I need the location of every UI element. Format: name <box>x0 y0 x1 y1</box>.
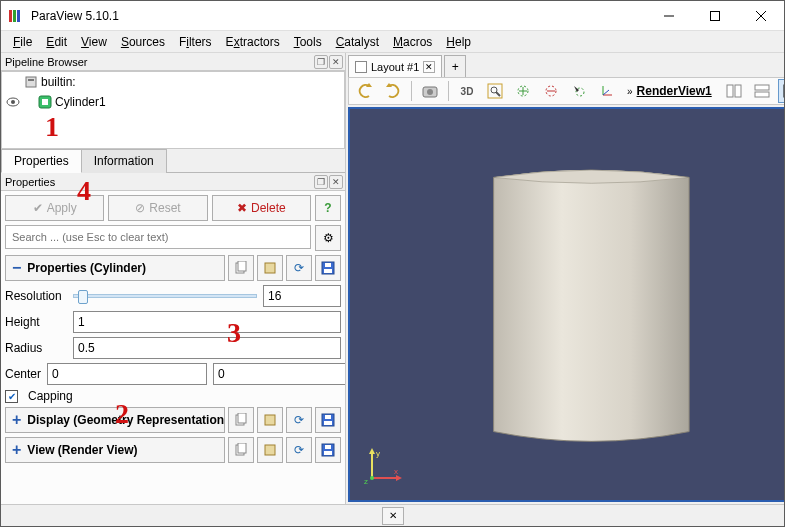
save-display-button[interactable] <box>315 407 341 433</box>
svg-line-45 <box>603 90 609 95</box>
forward-nav-button[interactable] <box>381 79 405 103</box>
menu-tools[interactable]: Tools <box>288 33 328 51</box>
axes-toggle-button[interactable] <box>595 79 619 103</box>
svg-rect-23 <box>324 421 332 425</box>
copy-view-button[interactable] <box>228 437 254 463</box>
svg-rect-0 <box>9 10 12 22</box>
collapse-icon: − <box>12 259 21 277</box>
center-add-button[interactable] <box>511 79 535 103</box>
visibility-eye-icon[interactable] <box>6 95 20 109</box>
window-title: ParaView 5.10.1 <box>31 9 119 23</box>
svg-rect-2 <box>17 10 20 22</box>
properties-float-icon[interactable]: ❐ <box>314 175 328 189</box>
statusbar-close-button[interactable]: ✕ <box>382 507 404 525</box>
radius-label: Radius <box>5 341 67 355</box>
render-viewport[interactable]: y x z <box>348 107 785 502</box>
app-logo-icon <box>9 8 25 24</box>
back-nav-button[interactable] <box>353 79 377 103</box>
renderview-label[interactable]: RenderView1 <box>637 84 718 98</box>
svg-rect-1 <box>13 10 16 22</box>
delete-button[interactable]: ✖Delete <box>212 195 311 221</box>
reload-view-button[interactable]: ⟳ <box>286 437 312 463</box>
height-label: Height <box>5 315 67 329</box>
menu-extractors[interactable]: Extractors <box>220 33 286 51</box>
pipeline-root[interactable]: builtin: <box>2 72 344 92</box>
height-field[interactable] <box>73 311 341 333</box>
svg-rect-27 <box>265 445 275 455</box>
layout-tab-label: Layout #1 <box>371 61 419 73</box>
pipeline-float-icon[interactable]: ❐ <box>314 55 328 69</box>
right-panel: Layout #1 ✕ + 3D » RenderView1 ✕ <box>346 53 785 504</box>
maximize-button[interactable] <box>692 1 738 31</box>
pipeline-browser[interactable]: builtin: Cylinder1 <box>1 71 345 149</box>
svg-rect-30 <box>325 445 331 449</box>
maximize-view-button[interactable] <box>778 79 785 103</box>
svg-rect-20 <box>238 413 246 423</box>
menu-edit[interactable]: Edit <box>40 33 73 51</box>
pipeline-item-cylinder[interactable]: Cylinder1 <box>2 92 344 112</box>
paste-props-button[interactable] <box>257 255 283 281</box>
capping-checkbox[interactable]: ✔ <box>5 390 18 403</box>
view-toolbar: 3D » RenderView1 ✕ <box>348 77 785 105</box>
menu-catalyst[interactable]: Catalyst <box>330 33 385 51</box>
radius-field[interactable] <box>73 337 341 359</box>
search-input[interactable] <box>5 225 311 249</box>
reload-display-button[interactable]: ⟳ <box>286 407 312 433</box>
apply-icon: ✔ <box>33 201 43 215</box>
resolution-label: Resolution <box>5 289 67 303</box>
menu-filters[interactable]: Filters <box>173 33 218 51</box>
menu-macros[interactable]: Macros <box>387 33 438 51</box>
center-x-field[interactable] <box>47 363 207 385</box>
section-display-header[interactable]: + Display (Geometry Representation) <box>5 407 225 433</box>
pipeline-header-label: Pipeline Browser <box>5 56 88 68</box>
capping-label: Capping <box>28 389 73 403</box>
paste-view-button[interactable] <box>257 437 283 463</box>
section-properties-header[interactable]: − Properties (Cylinder) <box>5 255 225 281</box>
pipeline-close-icon[interactable]: ✕ <box>329 55 343 69</box>
statusbar: ✕ <box>1 504 784 526</box>
center-y-field[interactable] <box>213 363 345 385</box>
center-remove-button[interactable] <box>539 79 563 103</box>
tab-information[interactable]: Information <box>81 149 167 173</box>
svg-point-10 <box>11 100 15 104</box>
copy-display-button[interactable] <box>228 407 254 433</box>
copy-props-button[interactable] <box>228 255 254 281</box>
pick-center-button[interactable] <box>567 79 591 103</box>
menu-view[interactable]: View <box>75 33 113 51</box>
reset-button[interactable]: ⊘Reset <box>108 195 207 221</box>
pipeline-header: Pipeline Browser ❐ ✕ <box>1 53 345 71</box>
tab-properties[interactable]: Properties <box>1 149 82 173</box>
save-props-button[interactable] <box>315 255 341 281</box>
split-h-button[interactable] <box>722 79 746 103</box>
reload-props-button[interactable]: ⟳ <box>286 255 312 281</box>
svg-rect-12 <box>42 99 48 105</box>
search-settings-button[interactable]: ⚙ <box>315 225 341 251</box>
properties-close-icon[interactable]: ✕ <box>329 175 343 189</box>
close-button[interactable] <box>738 1 784 31</box>
expand-icon: + <box>12 411 21 429</box>
section-view-header[interactable]: + View (Render View) <box>5 437 225 463</box>
reset-icon: ⊘ <box>135 201 145 215</box>
menu-file[interactable]: File <box>7 33 38 51</box>
help-button[interactable]: ? <box>315 195 341 221</box>
svg-rect-18 <box>325 263 331 267</box>
svg-rect-7 <box>26 77 36 87</box>
menu-sources[interactable]: Sources <box>115 33 171 51</box>
minimize-button[interactable] <box>646 1 692 31</box>
zoom-to-fit-button[interactable] <box>483 79 507 103</box>
server-icon <box>24 75 38 89</box>
mode-3d-button[interactable]: 3D <box>455 79 479 103</box>
menu-help[interactable]: Help <box>440 33 477 51</box>
add-layout-button[interactable]: + <box>444 55 466 77</box>
layout-tab-close-icon[interactable]: ✕ <box>423 61 435 73</box>
screenshot-button[interactable] <box>418 79 442 103</box>
svg-text:x: x <box>394 467 398 476</box>
paste-display-button[interactable] <box>257 407 283 433</box>
layout-tabstrip: Layout #1 ✕ + <box>346 53 785 77</box>
resolution-field[interactable] <box>263 285 341 307</box>
save-view-button[interactable] <box>315 437 341 463</box>
split-v-button[interactable] <box>750 79 774 103</box>
resolution-slider[interactable] <box>73 294 257 298</box>
layout-tab-1[interactable]: Layout #1 ✕ <box>348 55 442 77</box>
apply-button[interactable]: ✔Apply <box>5 195 104 221</box>
